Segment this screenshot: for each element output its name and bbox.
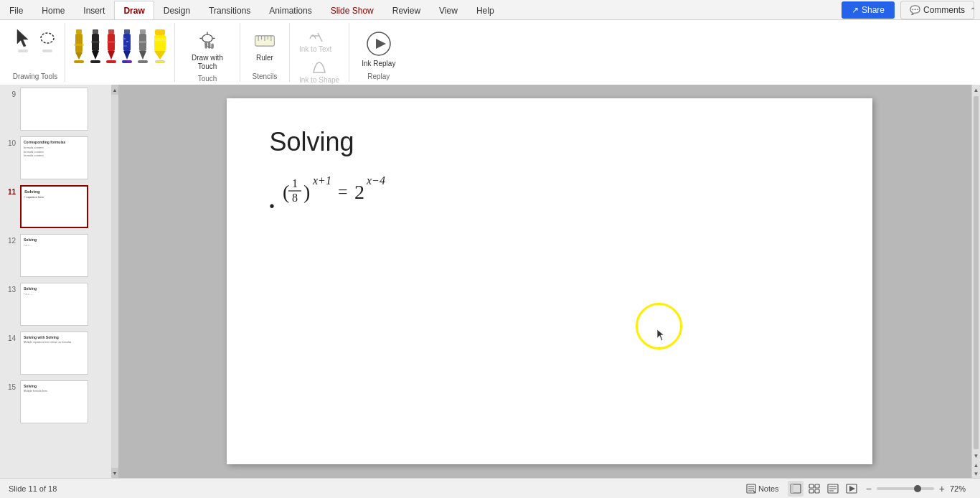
slideshow-view-icon — [846, 484, 857, 494]
canvas-scroll-up-button[interactable]: ▲ — [972, 85, 980, 95]
canvas-scroll-small-up[interactable]: ▲ — [972, 461, 980, 469]
slide-panel-outer: 9 10 Corresponding formulas formula cont… — [0, 85, 118, 478]
comments-button[interactable]: 💬 Comments — [900, 1, 974, 19]
pens-group-label — [119, 72, 121, 82]
pens-items — [71, 23, 169, 72]
tab-transitions[interactable]: Transitions — [199, 1, 260, 19]
normal-view-icon — [790, 484, 801, 494]
svg-text:2: 2 — [354, 181, 364, 203]
ribbon-group-convert: Ink to Text Ink to Shape ∫ ▼ Ink to Mat — [290, 23, 349, 82]
ruler-button[interactable]: Ruler — [246, 26, 283, 69]
pen-highlighter-button[interactable] — [151, 26, 169, 65]
svg-point-1 — [41, 33, 54, 43]
tab-slide-show[interactable]: Slide Show — [321, 1, 383, 19]
slide-number-9: 9 — [6, 90, 16, 98]
slide-11-content: Solving • equation here — [22, 187, 87, 202]
slide-canvas[interactable]: Solving • ( 1 8 ) — [227, 98, 872, 464]
tab-draw[interactable]: Draw — [114, 1, 154, 19]
pen-black-color — [90, 60, 100, 63]
tab-file[interactable]: File — [0, 1, 32, 19]
canvas-scroll-thumb[interactable] — [974, 96, 979, 449]
slide-item-11[interactable]: 11 Solving • equation here — [0, 182, 111, 231]
tab-animations[interactable]: Animations — [260, 1, 321, 19]
slide-item-14[interactable]: 14 Solving with Solving Multiple equatio… — [0, 329, 111, 377]
slide-12-content: Solving • x = ... — [21, 235, 88, 250]
draw-with-touch-icon — [196, 29, 219, 52]
pen-gray-button[interactable] — [136, 26, 150, 65]
svg-text:=: = — [338, 182, 348, 201]
slide-item-12[interactable]: 12 Solving • x = ... — [0, 231, 111, 280]
slide-panel: 9 10 Corresponding formulas formula cont… — [0, 85, 111, 478]
slide-item-15[interactable]: 15 Solving Multiple formula lines — [0, 377, 111, 426]
ribbon-collapse-button[interactable]: ⌃ — [966, 0, 980, 20]
ink-replay-label: Ink Replay — [362, 60, 395, 67]
svg-marker-72 — [849, 486, 855, 492]
zoom-in-button[interactable]: + — [937, 483, 947, 494]
zoom-slider-thumb[interactable] — [914, 485, 921, 492]
pen-red-button[interactable] — [104, 26, 118, 65]
ruler-icon — [253, 29, 276, 52]
svg-rect-6 — [93, 29, 98, 34]
tab-design[interactable]: Design — [154, 1, 199, 19]
equation-svg: ( 1 8 ) x+1 = 2 — [279, 172, 480, 211]
ribbon-group-drawing-tools: Drawing Tools — [6, 23, 65, 82]
tab-help[interactable]: Help — [467, 1, 504, 19]
selector-tool-button[interactable] — [11, 26, 34, 55]
zoom-level[interactable]: 72% — [950, 484, 971, 493]
math-equation: ( 1 8 ) x+1 = 2 — [279, 172, 480, 215]
share-button[interactable]: ↗ Share — [842, 1, 895, 19]
slide-thumbnail-15: Solving Multiple formula lines — [20, 380, 88, 423]
pen-highlighter-color — [155, 60, 165, 63]
pen-gold-button[interactable] — [71, 26, 87, 65]
tab-insert[interactable]: Insert — [74, 1, 114, 19]
pen-galaxy-button[interactable] — [120, 26, 134, 65]
slide-number-14: 14 — [6, 334, 16, 342]
slide-item-9[interactable]: 9 — [0, 85, 111, 133]
ruler-label: Ruler — [256, 54, 273, 62]
ribbon-group-replay: Ink Replay Replay — [349, 23, 407, 82]
svg-marker-8 — [92, 51, 99, 60]
slide-14-content: Solving with Solving Multiple equations … — [21, 332, 88, 347]
pen-black-icon — [90, 28, 100, 60]
pen-black-button[interactable] — [88, 26, 103, 65]
svg-rect-27 — [154, 38, 166, 41]
draw-with-touch-button[interactable]: Draw with Touch — [181, 26, 234, 75]
replay-group-label: Replay — [367, 72, 390, 82]
tab-home[interactable]: Home — [32, 1, 74, 19]
lasso-tool-button[interactable] — [36, 26, 59, 55]
status-bar-right: Notes — [742, 481, 971, 497]
canvas-area[interactable]: Solving • ( 1 8 ) — [118, 85, 980, 478]
slide-item-10[interactable]: 10 Corresponding formulas formula conten… — [0, 133, 111, 182]
panel-scroll-down-button[interactable]: ▼ — [111, 468, 118, 478]
slide-thumbnail-12: Solving • x = ... — [20, 234, 88, 277]
slide-number-11: 11 — [6, 188, 16, 196]
tab-review[interactable]: Review — [383, 1, 430, 19]
reading-view-button[interactable] — [825, 481, 841, 497]
zoom-slider[interactable] — [877, 487, 934, 490]
svg-rect-65 — [809, 489, 814, 493]
canvas-scroll-down-button[interactable]: ▼ — [972, 451, 980, 461]
canvas-scroll-small-down[interactable]: ▼ — [972, 469, 980, 478]
zoom-out-button[interactable]: − — [864, 483, 874, 494]
notes-button[interactable]: Notes — [742, 482, 783, 495]
comments-label: Comments — [923, 5, 965, 15]
share-label: Share — [862, 5, 885, 15]
comment-icon: 💬 — [910, 5, 920, 15]
svg-marker-45 — [376, 39, 386, 49]
top-right-actions: ↗ Share 💬 Comments — [842, 1, 980, 19]
slide-15-content: Solving Multiple formula lines — [21, 381, 88, 396]
panel-scroll-up-button[interactable]: ▲ — [111, 85, 118, 95]
tab-view[interactable]: View — [430, 1, 467, 19]
ink-replay-button[interactable]: Ink Replay — [355, 26, 402, 71]
svg-rect-34 — [211, 44, 214, 49]
slideshow-view-button[interactable] — [844, 481, 859, 497]
slide-item-13[interactable]: 13 Solving • x = ... — [0, 280, 111, 329]
ribbon-content: Drawing Tools — [0, 20, 980, 85]
svg-text:x−4: x−4 — [366, 174, 385, 187]
normal-view-button[interactable] — [788, 481, 804, 497]
ink-to-shape-button: Ink to Shape — [296, 57, 343, 87]
touch-items: Draw with Touch — [181, 23, 234, 75]
pen-galaxy-color — [122, 60, 132, 63]
slide-thumbnail-9 — [20, 88, 88, 131]
slide-sorter-button[interactable] — [806, 481, 822, 497]
